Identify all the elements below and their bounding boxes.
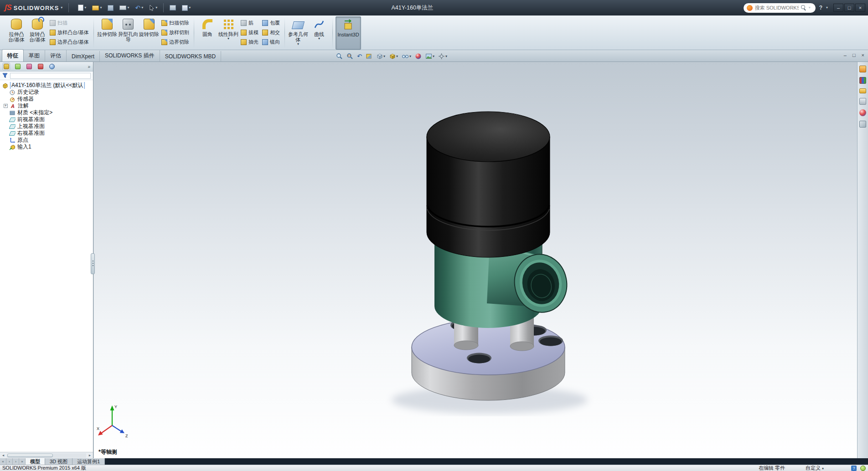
tree-item-material[interactable]: 材质 <未指定> <box>0 109 93 116</box>
tab-3d-views[interactable]: 3D 视图 <box>45 458 72 465</box>
tree-item-annotations[interactable]: + A 注解 <box>0 102 93 109</box>
extruded-cut-button[interactable]: 拉伸切除 <box>97 16 118 50</box>
tree-item-origin[interactable]: 原点 <box>0 137 93 143</box>
design-library-icon[interactable] <box>859 77 866 84</box>
tree-item-sensors[interactable]: 传感器 <box>0 96 93 102</box>
search-input[interactable] <box>755 5 799 10</box>
tree-item-front-plane[interactable]: 前视基准面 <box>0 116 93 123</box>
model-cap[interactable] <box>427 112 550 257</box>
logo-caret-icon[interactable]: ▾ <box>61 6 62 10</box>
help-icon[interactable]: ? <box>819 5 822 11</box>
revolved-cut-button[interactable]: 旋转切除 <box>139 16 160 50</box>
mirror-button[interactable]: 镜向 <box>260 38 282 46</box>
tab-display-manager[interactable] <box>48 63 56 70</box>
intersect-button[interactable]: 相交 <box>260 28 282 36</box>
swept-cut-button[interactable]: 扫描切除 <box>160 19 191 27</box>
section-view-button[interactable] <box>365 52 373 60</box>
fillet-button[interactable]: 圆角 <box>197 16 218 50</box>
tab-dimxpert[interactable]: DimXpert <box>67 51 100 61</box>
scrollbar-track[interactable] <box>7 453 86 458</box>
zoom-area-button[interactable] <box>346 52 354 60</box>
search-icon[interactable] <box>801 5 806 10</box>
model-3d[interactable] <box>94 62 857 458</box>
doc-close-button[interactable]: × <box>862 52 864 58</box>
tree-item-imported1[interactable]: 输入1 <box>0 143 93 150</box>
tab-scroll-first-button[interactable]: « <box>0 458 6 465</box>
display-style-button[interactable]: ▾ <box>388 52 399 60</box>
hole-wizard-button[interactable]: 异型孔向导 <box>118 16 139 50</box>
lofted-cut-button[interactable]: 放样切割 <box>160 28 191 36</box>
revolved-boss-button[interactable]: 旋转凸台/基体 <box>27 16 48 50</box>
options-button[interactable]: ▾ <box>181 4 192 12</box>
status-custom-menu[interactable]: 自定义 ▴ <box>806 465 824 471</box>
expand-icon[interactable]: + <box>4 104 8 108</box>
solidworks-resources-icon[interactable] <box>859 66 866 72</box>
minimize-button[interactable]: – <box>833 4 843 12</box>
apply-scene-button[interactable]: ▾ <box>424 52 435 60</box>
tab-scroll-next-button[interactable]: › <box>13 458 19 465</box>
wrap-button[interactable]: 包覆 <box>260 19 282 27</box>
extruded-boss-button[interactable]: 拉伸凸台/基体 <box>6 16 27 50</box>
tab-sketch[interactable]: 草图 <box>24 50 45 61</box>
rib-button[interactable]: 筋 <box>239 19 260 27</box>
tab-configuration-manager[interactable] <box>26 63 33 70</box>
file-explorer-icon[interactable] <box>859 88 866 93</box>
panel-splitter-handle[interactable] <box>91 253 95 274</box>
tab-scroll-prev-button[interactable]: ‹ <box>6 458 13 465</box>
caret-down-icon[interactable]: ▾ <box>318 37 320 41</box>
tab-solidworks-mbd[interactable]: SOLIDWORKS MBD <box>160 51 221 61</box>
graphics-viewport[interactable]: Y X Z *等轴测 <box>94 62 857 458</box>
panel-more-icon[interactable]: » <box>88 64 90 69</box>
shell-button[interactable]: 抽壳 <box>239 38 260 46</box>
undo-button[interactable]: ↶▾ <box>134 4 145 12</box>
tab-dimxpert-manager[interactable] <box>37 63 44 70</box>
select-tool-button[interactable]: ▾ <box>148 4 159 12</box>
search-caret-icon[interactable]: ▾ <box>809 6 811 10</box>
tree-item-right-plane[interactable]: 右视基准面 <box>0 130 93 137</box>
scroll-left-icon[interactable]: ◄ <box>0 454 6 457</box>
tree-root-part[interactable]: A41Y-160单法兰 (默认<<默认 <box>0 82 93 89</box>
help-caret-icon[interactable]: ▾ <box>826 6 828 10</box>
view-palette-icon[interactable] <box>859 98 866 105</box>
tab-model[interactable]: 模型 <box>26 458 45 465</box>
curves-button[interactable]: 曲线 ▾ <box>309 16 330 50</box>
tab-feature-manager[interactable] <box>3 63 10 70</box>
scrollbar-thumb[interactable] <box>7 454 53 457</box>
status-help-icon[interactable]: ? <box>851 466 857 471</box>
tree-item-history[interactable]: 历史记录 <box>0 89 93 96</box>
tab-features[interactable]: 特征 <box>2 49 24 61</box>
instant3d-button[interactable]: Instant3D <box>336 16 361 50</box>
tab-solidworks-addins[interactable]: SOLIDWORKS 插件 <box>100 50 160 61</box>
zoom-fit-button[interactable] <box>335 52 344 60</box>
doc-minimize-button[interactable]: – <box>844 52 847 58</box>
search-box[interactable]: ▾ <box>744 3 816 13</box>
open-document-button[interactable]: ▾ <box>91 5 103 11</box>
tree-item-top-plane[interactable]: 上视基准面 <box>0 123 93 130</box>
linear-pattern-button[interactable]: 线性阵列 ▾ <box>218 16 239 50</box>
maximize-button[interactable]: □ <box>844 4 854 12</box>
tab-evaluate[interactable]: 评估 <box>45 50 67 61</box>
tab-property-manager[interactable] <box>14 63 21 70</box>
boundary-boss-button[interactable]: 边界凸台/基体 <box>48 38 91 46</box>
view-settings-button[interactable]: ▾ <box>437 52 448 60</box>
save-button[interactable] <box>106 4 115 12</box>
previous-view-button[interactable]: ↶ <box>356 53 363 60</box>
tab-motion-study[interactable]: 运动算例1 <box>72 458 105 465</box>
caret-down-icon[interactable]: ▾ <box>227 37 229 41</box>
scroll-right-icon[interactable]: ► <box>87 454 93 457</box>
custom-properties-icon[interactable] <box>859 121 866 128</box>
appearances-icon[interactable] <box>859 109 866 116</box>
reference-geometry-button[interactable]: 参考几何体 ▾ <box>288 16 309 50</box>
doc-restore-button[interactable]: □ <box>852 52 856 58</box>
rebuild-button[interactable] <box>168 4 177 11</box>
new-document-button[interactable]: ▾ <box>77 4 88 12</box>
caret-down-icon[interactable]: ▾ <box>297 42 299 46</box>
tab-scroll-last-button[interactable]: » <box>19 458 26 465</box>
close-button[interactable]: × <box>855 4 865 12</box>
panel-scrollbar[interactable]: ◄ ► <box>0 452 93 458</box>
lofted-boss-button[interactable]: 放样凸台/基体 <box>48 28 91 36</box>
boundary-cut-button[interactable]: 边界切除 <box>160 38 191 46</box>
draft-button[interactable]: 拔模 <box>239 28 260 36</box>
swept-boss-button[interactable]: 扫描 <box>48 19 91 27</box>
view-orientation-button[interactable]: ▾ <box>375 52 386 60</box>
